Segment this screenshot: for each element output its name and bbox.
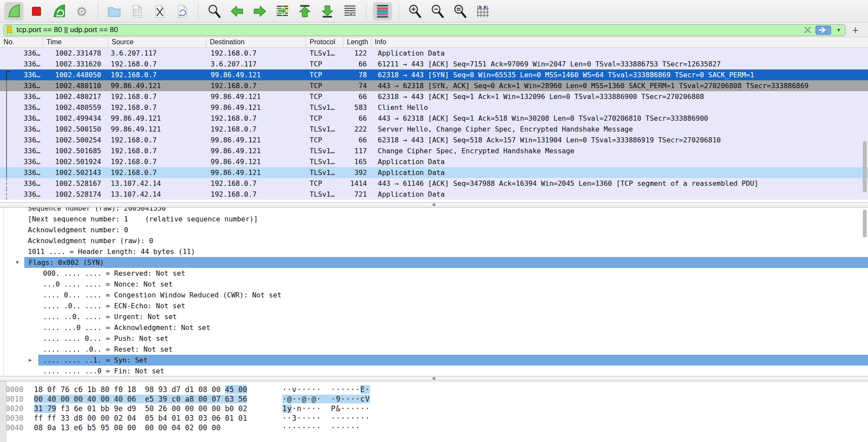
details-scrollbar-thumb[interactable]: [863, 210, 867, 237]
detail-line[interactable]: .... .... ...0 = Fin: Not set: [0, 366, 868, 376]
packet-row[interactable]: 336…1002.52817413.107.42.14192.168.0.7TL…: [0, 189, 868, 200]
detail-line[interactable]: 1011 .... = Header Length: 44 bytes (11): [0, 246, 868, 257]
filter-dropdown-icon[interactable]: ▼: [835, 27, 843, 33]
start-capture-button[interactable]: [4, 2, 23, 20]
ascii-run[interactable]: ··3····· ········: [282, 414, 370, 422]
packet-cell-src: 192.168.0.7: [108, 91, 206, 102]
go-back-button[interactable]: [228, 2, 247, 20]
packet-cell-info: Application Data: [371, 167, 868, 178]
packet-row[interactable]: 336…1002.448050192.168.0.799.86.49.121TC…: [0, 69, 868, 80]
detail-line[interactable]: Acknowledgment number: 0: [0, 224, 868, 235]
packet-row[interactable]: 336…1002.50015099.86.49.121192.168.0.7TL…: [0, 124, 868, 135]
ascii-run[interactable]: 1y: [282, 404, 292, 413]
column-header-destination[interactable]: Destination: [206, 38, 306, 47]
restart-capture-icon: [51, 3, 67, 19]
collapsed-triangle-icon[interactable]: ▶: [29, 355, 32, 366]
hex-byte-run[interactable]: 00 40 00 00 40 00 40 06 e5 39 c0 a8 00 0…: [34, 395, 247, 403]
zoom-in-button[interactable]: [406, 2, 425, 20]
stop-capture-button[interactable]: [27, 2, 46, 20]
hex-byte-run[interactable]: 18 0f 76 c6 1b 80 f0 18 98 93 d7 d1 08 0…: [34, 385, 225, 394]
expanded-triangle-icon[interactable]: ▼: [16, 257, 19, 268]
filter-bar: tcp.port == 80 || udp.port == 80 ▼ +: [0, 23, 868, 37]
detail-line[interactable]: ...0 .... .... = Nonce: Not set: [0, 279, 868, 290]
ascii-run[interactable]: E·: [360, 385, 370, 394]
packet-row[interactable]: 336…1002.480217192.168.0.799.86.49.121TC…: [0, 91, 868, 102]
find-packet-button[interactable]: [205, 2, 224, 20]
packet-cell-time: 1002.480217: [43, 91, 108, 102]
detail-line[interactable]: Flags: 0x002 (SYN)▼: [0, 257, 868, 268]
go-to-bottom-button[interactable]: [318, 2, 337, 20]
toolbar-separator: [366, 3, 366, 20]
go-to-packet-button[interactable]: [273, 2, 292, 20]
ascii-run[interactable]: ··v····· ······: [282, 385, 360, 394]
packet-row[interactable]: 336…1002.48011099.86.49.121192.168.0.7TC…: [0, 80, 868, 91]
detail-line[interactable]: .... .0.. .... = ECN-Echo: Not set: [0, 300, 868, 311]
hex-bytes: 08 0a 13 e6 b5 95 00 00 00 00 04 02 00 0…: [34, 423, 268, 432]
zoom-reset-button[interactable]: [451, 2, 470, 20]
packet-list-scrollbar-thumb[interactable]: [863, 141, 867, 192]
hex-byte-run[interactable]: 08 0a 13 e6 b5 95 00 00 00 00 04 02 00 0…: [34, 423, 221, 432]
detail-line[interactable]: [Next sequence number: 1 (relative seque…: [0, 214, 868, 224]
column-header-info[interactable]: Info: [371, 38, 868, 47]
detail-line[interactable]: Sequence number (raw): 2005041550: [0, 208, 868, 214]
column-header-no[interactable]: No.: [0, 38, 43, 47]
packet-row[interactable]: 336…1002.52816713.107.42.14192.168.0.7TC…: [0, 178, 868, 189]
detail-line[interactable]: 000. .... .... = Reserved: Not set: [0, 268, 868, 279]
packet-row[interactable]: 336…1002.502143192.168.0.799.86.49.121TL…: [0, 167, 868, 178]
svg-text:⚙: ⚙: [76, 4, 88, 18]
resize-columns-button[interactable]: [473, 2, 492, 20]
open-file-button[interactable]: [105, 2, 124, 20]
reload-file-button[interactable]: [172, 2, 191, 20]
ascii-run[interactable]: ········ ······: [282, 423, 360, 432]
conversation-solid-mark: [6, 102, 10, 113]
restart-capture-button[interactable]: [50, 2, 69, 20]
clear-filter-icon[interactable]: [803, 26, 812, 34]
pane-splitter-lower[interactable]: [0, 376, 868, 381]
column-header-time[interactable]: Time: [43, 38, 108, 47]
packet-row[interactable]: 336…1002.3314783.6.207.117192.168.0.7TLS…: [0, 48, 868, 59]
ascii-run[interactable]: ·n···· P&······: [292, 404, 370, 413]
hex-byte-run[interactable]: 31 79: [34, 404, 56, 413]
apply-filter-button[interactable]: [815, 26, 831, 35]
zoom-in-icon: [407, 3, 423, 19]
colorize-packets-button[interactable]: [373, 2, 392, 20]
bookmark-icon[interactable]: [6, 25, 13, 35]
ascii-run[interactable]: ·@··@·@· ·9····cV: [282, 395, 370, 403]
column-header-source[interactable]: Source: [108, 38, 206, 47]
packet-row[interactable]: 336…1002.501924192.168.0.799.86.49.121TL…: [0, 156, 868, 167]
conversation-solid-mark: [6, 135, 10, 145]
auto-scroll-button[interactable]: [340, 2, 360, 20]
packet-row[interactable]: 336…1002.49943499.86.49.121192.168.0.7TC…: [0, 113, 868, 124]
add-filter-button[interactable]: +: [850, 24, 861, 36]
packet-row[interactable]: 336…1002.501685192.168.0.799.86.49.121TL…: [0, 145, 868, 156]
packet-row[interactable]: 336…1002.500254192.168.0.799.86.49.121TC…: [0, 135, 868, 145]
save-file-button[interactable]: 011011011001101: [127, 2, 146, 20]
detail-line[interactable]: .... 0... .... = Congestion Window Reduc…: [0, 290, 868, 300]
capture-options-button[interactable]: ⚙: [72, 2, 91, 20]
toolbar-separator: [198, 3, 198, 20]
hex-row: 001000 40 00 00 40 00 40 06 e5 39 c0 a8 …: [0, 394, 868, 404]
hex-byte-run[interactable]: 45 00: [225, 385, 247, 394]
packet-row[interactable]: 336…1002.331620192.168.0.73.6.207.117TCP…: [0, 59, 868, 69]
go-to-top-button[interactable]: [295, 2, 314, 20]
detail-line[interactable]: .... .... ..1. = Syn: Set▶: [0, 355, 868, 366]
packet-cell-no: 336…: [0, 59, 43, 69]
filter-expression-text[interactable]: tcp.port == 80 || udp.port == 80: [17, 26, 800, 34]
hex-byte-run[interactable]: f3 6e 01 bb 9e d9 50 26 00 00 00 00 b0 0…: [56, 404, 247, 413]
detail-line[interactable]: .... .... 0... = Push: Not set: [0, 333, 868, 344]
display-filter-input[interactable]: tcp.port == 80 || udp.port == 80 ▼: [3, 24, 845, 36]
close-file-button[interactable]: [150, 2, 169, 20]
detail-line[interactable]: .... ...0 .... = Acknowledgment: Not set: [0, 322, 868, 333]
conversation-solid-mark: [6, 167, 10, 178]
go-forward-button[interactable]: [250, 2, 269, 20]
detail-line[interactable]: .... .... .0.. = Reset: Not set: [0, 344, 868, 355]
hex-bytes: 31 79 f3 6e 01 bb 9e d9 50 26 00 00 00 0…: [34, 404, 268, 413]
hex-byte-run[interactable]: ff ff 33 d8 00 00 02 04 05 b4 01 03 03 0…: [34, 414, 247, 422]
packet-row[interactable]: 336…1002.480559192.168.0.799.86.49.121TL…: [0, 102, 868, 113]
column-header-length[interactable]: Length: [343, 38, 371, 47]
detail-line[interactable]: .... ..0. .... = Urgent: Not set: [0, 311, 868, 322]
column-header-protocol[interactable]: Protocol: [306, 38, 343, 47]
pane-splitter-upper[interactable]: [0, 202, 868, 208]
detail-line[interactable]: Acknowledgment number (raw): 0: [0, 235, 868, 246]
zoom-out-button[interactable]: [428, 2, 447, 20]
